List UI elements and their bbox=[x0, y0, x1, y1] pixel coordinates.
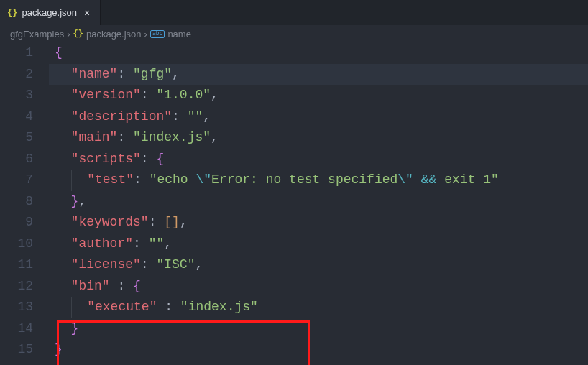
line-number: 11 bbox=[0, 254, 33, 276]
editor[interactable]: 1 2 3 4 5 6 7 8 9 10 11 12 13 14 15 { "n… bbox=[0, 42, 588, 365]
line-number: 5 bbox=[0, 127, 33, 149]
tab-filename: package.json bbox=[22, 7, 77, 18]
code-line[interactable]: "license": "ISC", bbox=[49, 254, 588, 276]
line-number: 10 bbox=[0, 234, 33, 255]
json-icon: {} bbox=[73, 29, 83, 39]
line-number: 9 bbox=[0, 212, 33, 234]
line-number: 4 bbox=[0, 106, 33, 128]
code-area[interactable]: { "name": "gfg", "version": "1.0.0", "de… bbox=[49, 42, 588, 365]
breadcrumb-symbol[interactable]: name bbox=[167, 29, 191, 40]
line-number: 6 bbox=[0, 149, 33, 170]
tab-package-json[interactable]: {} package.json × bbox=[0, 0, 101, 25]
code-line[interactable]: "keywords": [], bbox=[49, 212, 588, 234]
chevron-right-icon: › bbox=[67, 29, 70, 40]
line-number: 13 bbox=[0, 297, 33, 318]
breadcrumb-folder[interactable]: gfgExamples bbox=[10, 29, 64, 40]
code-line[interactable]: "scripts": { bbox=[49, 149, 588, 170]
string-icon: abc bbox=[150, 30, 165, 38]
line-number: 2 bbox=[0, 64, 33, 86]
code-line[interactable]: } bbox=[49, 339, 588, 361]
code-line[interactable]: }, bbox=[49, 191, 588, 213]
line-number: 1 bbox=[0, 42, 33, 64]
code-line[interactable]: } bbox=[49, 318, 588, 340]
code-line[interactable]: { bbox=[49, 42, 588, 64]
breadcrumb[interactable]: gfgExamples › {} package.json › abc name bbox=[0, 25, 588, 42]
code-line[interactable]: "test": "echo \"Error: no test specified… bbox=[49, 170, 588, 191]
breadcrumb-file[interactable]: package.json bbox=[86, 29, 142, 40]
code-line[interactable]: "version": "1.0.0", bbox=[49, 85, 588, 106]
code-line[interactable]: "execute" : "index.js" bbox=[49, 297, 588, 318]
code-line[interactable]: "bin" : { bbox=[49, 276, 588, 297]
code-line[interactable]: "author": "", bbox=[49, 234, 588, 255]
code-line[interactable]: "description": "", bbox=[49, 106, 588, 128]
line-number: 12 bbox=[0, 276, 33, 297]
line-number-gutter: 1 2 3 4 5 6 7 8 9 10 11 12 13 14 15 bbox=[0, 42, 49, 365]
line-number: 15 bbox=[0, 339, 33, 361]
chevron-right-icon: › bbox=[144, 29, 147, 40]
code-line[interactable]: "main": "index.js", bbox=[49, 127, 588, 149]
current-line-highlight bbox=[49, 64, 588, 86]
json-icon: {} bbox=[7, 8, 17, 18]
line-number: 14 bbox=[0, 318, 33, 340]
close-icon[interactable]: × bbox=[81, 7, 93, 19]
line-number: 3 bbox=[0, 85, 33, 106]
line-number: 8 bbox=[0, 191, 33, 213]
line-number: 7 bbox=[0, 170, 33, 191]
tab-bar: {} package.json × bbox=[0, 0, 588, 25]
